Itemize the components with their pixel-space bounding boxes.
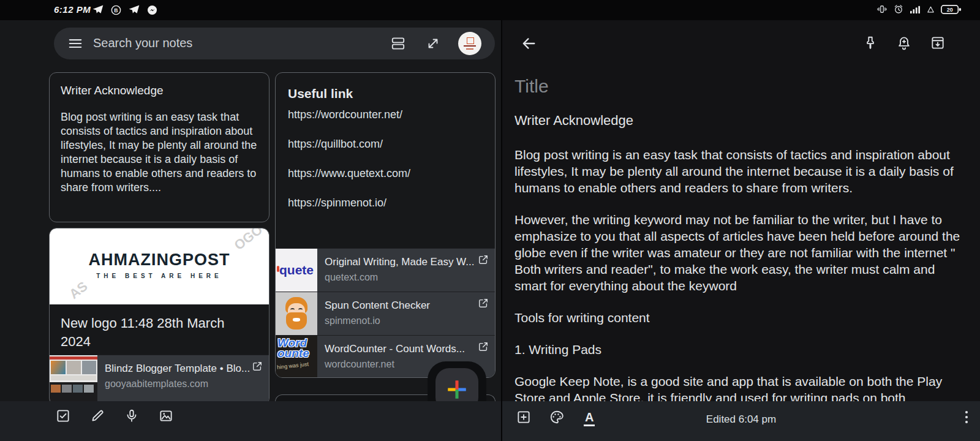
alarm-icon (893, 4, 904, 17)
note-card-title: New logo 11:48 28th March 2024 (61, 314, 257, 351)
new-checklist-icon[interactable] (55, 408, 71, 424)
search-bar[interactable]: Search your notes (54, 28, 495, 59)
google-plus-icon (445, 378, 469, 401)
link-domain: wordcounter.net (325, 359, 394, 370)
open-link-icon[interactable] (477, 254, 489, 268)
account-avatar[interactable] (458, 32, 481, 55)
brand-tagline: THE BEST ARE HERE (50, 273, 269, 279)
watermark-text: OGO (231, 228, 265, 254)
link-preview-spinmenot[interactable]: Spun Content Checker spinmenot.io (276, 292, 495, 335)
telegram-icon (128, 4, 140, 18)
note-paragraph: However, the writing keyword may not be … (514, 211, 968, 294)
mic-icon[interactable] (124, 408, 140, 424)
pin-icon[interactable] (862, 35, 880, 52)
link-title: Original Writing, Made Easy W... (325, 256, 474, 268)
note-url: https://spinmenot.io/ (288, 197, 410, 209)
brush-icon[interactable] (89, 408, 105, 424)
wordcounter-thumbnail: Wordounte hing was just (276, 336, 317, 378)
quetext-thumbnail: quete (276, 249, 317, 292)
status-bar: 6:12 PM B 20 (0, 0, 980, 20)
list-view-toggle-icon[interactable] (390, 36, 406, 51)
svg-text:B: B (114, 7, 118, 13)
open-link-icon[interactable] (477, 297, 489, 312)
note-url: https://wordcounter.net/ (288, 108, 410, 121)
note-card-writer-acknowledge[interactable]: Writer Acknowledge Blog post writing is … (49, 72, 270, 222)
messenger-icon (146, 4, 158, 18)
signal-bars-icon (910, 4, 921, 17)
open-link-icon[interactable] (477, 341, 489, 355)
note-card-new-logo[interactable]: OGO AS AHMAZINGPOST THE BEST ARE HERE Ne… (49, 228, 270, 405)
watermark-text: AS (66, 278, 91, 302)
note-url: https://www.quetext.com/ (288, 167, 410, 180)
edited-status: Edited 6:04 pm (502, 413, 980, 426)
telegram-icon (92, 4, 104, 18)
link-title: Blindz Blogger Template • Blo... (105, 363, 252, 375)
logo-image: OGO AS AHMAZINGPOST THE BEST ARE HERE (50, 228, 269, 304)
system-status-icons: 20 (876, 4, 962, 17)
open-link-icon[interactable] (251, 360, 263, 375)
expand-icon[interactable] (425, 36, 441, 51)
vibrate-icon (876, 4, 888, 17)
note-editor-panel: Title Writer Acknowledge Blog post writi… (502, 20, 980, 441)
hamburger-menu-icon[interactable] (67, 36, 83, 51)
archive-icon[interactable] (930, 35, 947, 52)
editor-toolbar: A Edited 6:04 pm (502, 401, 980, 441)
note-paragraph: 1. Writing Pads (514, 341, 968, 358)
back-arrow-icon[interactable] (520, 35, 537, 52)
svg-text:20: 20 (947, 7, 953, 13)
circled-b-icon: B (110, 4, 122, 18)
link-domain: spinmenot.io (325, 315, 380, 326)
link-preview-blindz[interactable]: Blindz Blogger Template • Blo... gooyaab… (50, 355, 269, 405)
note-card-title: Writer Acknowledge (61, 84, 258, 97)
clock-text: 6:12 PM (54, 4, 91, 15)
note-editor-content[interactable]: Title Writer Acknowledge Blog post writi… (514, 75, 968, 401)
brand-logo-text: AHMAZINGPOST (50, 251, 269, 270)
note-card-title: Useful link (288, 86, 353, 101)
image-icon[interactable] (158, 408, 174, 424)
network-triangle-icon (926, 5, 935, 17)
link-title: WordCounter - Count Words... (325, 343, 465, 355)
blindz-thumbnail (50, 355, 97, 403)
note-card-body: Blog post writing is an easy task that c… (61, 110, 258, 195)
note-heading: Writer Acknowledge (514, 112, 968, 129)
reminder-bell-icon[interactable] (896, 35, 913, 52)
battery-icon: 20 (941, 4, 962, 17)
note-paragraph: Google Keep Note, is a good site and app… (514, 373, 968, 401)
note-title-input[interactable]: Title (514, 75, 968, 97)
notification-icons: B (92, 4, 158, 18)
note-creation-toolbar (0, 401, 501, 441)
note-url: https://quillbot.com/ (288, 138, 410, 151)
kebab-menu-icon[interactable] (964, 409, 969, 425)
link-preview-quetext[interactable]: quete Original Writing, Made Easy W... q… (276, 248, 495, 292)
note-card-useful-link[interactable]: Useful link https://wordcounter.net/ htt… (275, 72, 496, 378)
keep-split-screen: 6:12 PM B 20 Search your notes Writer Ac… (0, 0, 980, 441)
note-paragraph: Tools for writing content (514, 309, 968, 326)
link-domain: gooyaabitemplates.com (105, 379, 208, 390)
link-title: Spun Content Checker (325, 300, 430, 312)
link-domain: quetext.com (325, 272, 378, 283)
search-input[interactable]: Search your notes (93, 36, 192, 50)
note-paragraph: Blog post writing is an easy task that c… (514, 146, 968, 196)
spinmenot-thumbnail (276, 292, 317, 335)
notes-list-panel: Search your notes Writer Acknowledge Blo… (0, 20, 501, 441)
